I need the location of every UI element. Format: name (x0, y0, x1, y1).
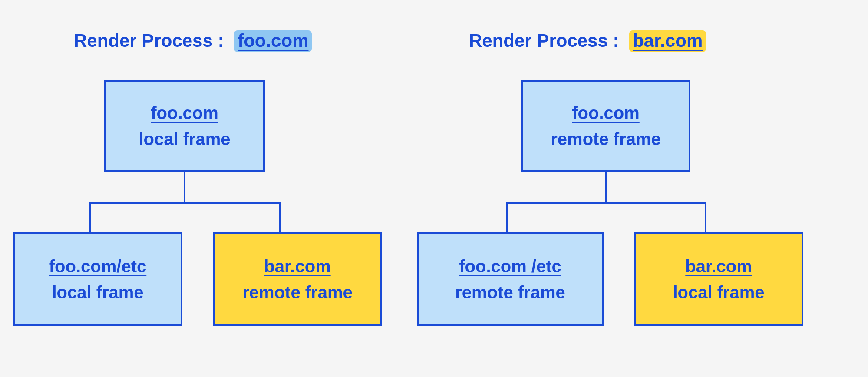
left-connector-drop-b (279, 202, 281, 232)
left-root-url: foo.com (151, 101, 218, 125)
right-connector-drop-a (506, 202, 508, 232)
right-title-site: bar.com (629, 30, 706, 52)
left-child-a-node: foo.com/etc local frame (13, 232, 182, 326)
right-child-b-label: local frame (673, 281, 764, 304)
right-child-a-url: foo.com /etc (459, 255, 561, 278)
right-child-b-url: bar.com (685, 255, 752, 278)
right-title: Render Process : bar.com (469, 30, 706, 52)
left-connector-stem (184, 172, 185, 202)
left-child-a-url: foo.com/etc (49, 255, 146, 278)
left-child-b-node: bar.com remote frame (213, 232, 382, 326)
right-child-a-node: foo.com /etc remote frame (417, 232, 604, 326)
right-connector-bar (506, 202, 706, 204)
left-connector-bar (89, 202, 280, 204)
left-child-b-url: bar.com (264, 255, 330, 278)
left-child-b-label: remote frame (242, 281, 352, 304)
right-connector-drop-b (705, 202, 706, 232)
left-title-prefix: Render Process : (74, 30, 224, 51)
right-root-url: foo.com (572, 101, 640, 125)
right-title-prefix: Render Process : (469, 30, 619, 51)
diagram-canvas: Render Process : foo.com foo.com local f… (0, 0, 868, 377)
right-root-node: foo.com remote frame (521, 80, 690, 172)
left-child-a-label: local frame (52, 281, 143, 304)
right-child-a-label: remote frame (455, 281, 565, 304)
right-connector-stem (605, 172, 607, 202)
right-child-b-node: bar.com local frame (634, 232, 803, 326)
left-title: Render Process : foo.com (74, 30, 312, 52)
left-root-node: foo.com local frame (104, 80, 265, 172)
left-connector-drop-a (89, 202, 91, 232)
right-root-label: remote frame (551, 127, 660, 151)
left-root-label: local frame (139, 127, 230, 151)
left-title-site: foo.com (234, 30, 312, 52)
